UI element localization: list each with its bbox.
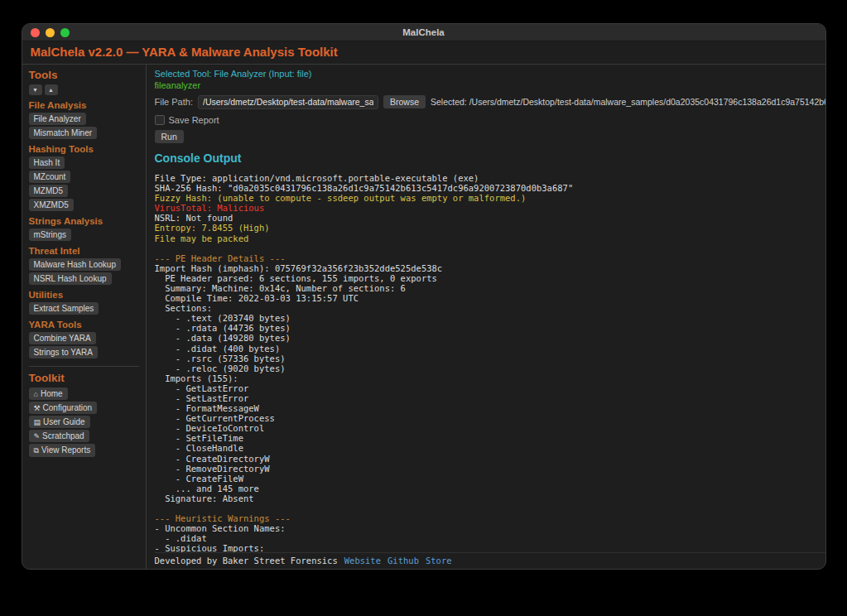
footer: Developed by Baker Street Forensics Webs… xyxy=(155,552,825,569)
sidebar-item-mzcount[interactable]: MZcount xyxy=(29,171,71,183)
console-line: - .text (203740 bytes) xyxy=(155,313,825,323)
console-line: - Suspicious Imports: xyxy=(155,543,825,552)
console-line: File may be packed xyxy=(155,233,825,243)
toolkit-item-user-guide[interactable]: ▤User Guide xyxy=(29,416,90,428)
footer-link-github[interactable]: Github xyxy=(387,556,419,565)
console-line xyxy=(155,243,825,253)
console-line: - GetLastError xyxy=(155,383,825,393)
sidebar-item-xmzmd5[interactable]: XMZMD5 xyxy=(29,199,74,211)
titlebar: MalChela xyxy=(22,24,825,41)
console-output[interactable]: File Type: application/vnd.microsoft.por… xyxy=(155,173,825,552)
footer-link-store[interactable]: Store xyxy=(426,556,452,565)
sidebar-section-strings-analysis: Strings Analysis xyxy=(29,216,139,226)
footer-credit: Developed by Baker Street Forensics xyxy=(155,556,338,565)
window-title: MalChela xyxy=(402,27,445,37)
console-line: PE Header parsed: 6 sections, 155 import… xyxy=(155,273,825,283)
toolkit-item-configuration[interactable]: ⚒Configuration xyxy=(29,402,98,414)
toolkit-item-home[interactable]: ⌂Home xyxy=(29,387,68,400)
sidebar-section-utilities: Utilities xyxy=(29,290,139,300)
console-line: NSRL: Not found xyxy=(155,213,825,223)
app-header: MalChela v2.2.0 — YARA & Malware Analysi… xyxy=(22,41,825,65)
tool-id-label: fileanalyzer xyxy=(155,80,825,90)
expand-all-button[interactable]: ▲ xyxy=(45,84,58,95)
main-content: Selected Tool: File Analyzer (Input: fil… xyxy=(147,65,825,569)
console-line: - Uncommon Section Names: xyxy=(155,523,825,533)
main-row: Tools ▼ ▲ File AnalysisFile AnalyzerMism… xyxy=(22,65,825,569)
console-line: Signature: Absent xyxy=(155,493,825,503)
console-line: Summary: Machine: 0x14c, Number of secti… xyxy=(155,283,825,293)
console-line: --- PE Header Details --- xyxy=(155,253,825,263)
console-output-title: Console Output xyxy=(155,152,825,165)
sidebar-item-strings-to-yara[interactable]: Strings to YARA xyxy=(29,346,98,359)
view-reports-icon: ⧉ xyxy=(34,446,39,455)
console-line: - GetCurrentProcess xyxy=(155,413,825,423)
sidebar-item-file-analyzer[interactable]: File Analyzer xyxy=(29,113,86,125)
console-line: Imports (155): xyxy=(155,373,825,383)
sidebar-item-mismatch-miner[interactable]: Mismatch Miner xyxy=(29,127,98,139)
sidebar-sections: File AnalysisFile AnalyzerMismatch Miner… xyxy=(29,100,139,359)
sidebar-item-nsrl-hash-lookup[interactable]: NSRL Hash Lookup xyxy=(29,272,112,285)
footer-links: WebsiteGithubStore xyxy=(344,556,452,565)
minimize-button[interactable] xyxy=(46,28,55,37)
sidebar-divider xyxy=(29,366,139,367)
toolkit-title: Toolkit xyxy=(29,372,139,384)
sidebar-section-file-analysis: File Analysis xyxy=(29,100,139,110)
sidebar-section-hashing-tools: Hashing Tools xyxy=(29,144,139,154)
save-report-checkbox[interactable] xyxy=(155,115,165,125)
collapse-controls: ▼ ▲ xyxy=(29,84,139,95)
traffic-lights xyxy=(31,24,70,41)
selected-path-text: Selected: /Users/dmetz/Desktop/test-data… xyxy=(431,97,825,107)
console-line: - .rsrc (57336 bytes) xyxy=(155,354,825,363)
console-line: - CloseHandle xyxy=(155,443,825,453)
collapse-all-button[interactable]: ▼ xyxy=(29,84,42,95)
file-path-input[interactable] xyxy=(198,95,378,109)
home-icon: ⌂ xyxy=(34,390,38,398)
sidebar-item-mstrings[interactable]: mStrings xyxy=(29,229,71,241)
file-path-label: File Path: xyxy=(155,97,193,107)
console-line: - .rdata (44736 bytes) xyxy=(155,323,825,333)
configuration-icon: ⚒ xyxy=(34,404,41,412)
selected-tool-label: Selected Tool: File Analyzer (Input: fil… xyxy=(155,69,825,79)
toolkit-item-scratchpad[interactable]: ✎Scratchpad xyxy=(29,430,89,442)
sidebar-title: Tools xyxy=(29,69,139,81)
zoom-button[interactable] xyxy=(60,28,70,37)
toolkit-item-view-reports[interactable]: ⧉View Reports xyxy=(29,444,96,457)
console-line: File Type: application/vnd.microsoft.por… xyxy=(155,173,825,183)
console-line: VirusTotal: Malicious xyxy=(155,203,825,213)
sidebar-section-threat-intel: Threat Intel xyxy=(29,246,139,256)
console-line: Sections: xyxy=(155,303,825,313)
save-report-row: Save Report xyxy=(155,115,825,125)
console-line: Compile Time: 2022-03-03 13:15:57 UTC xyxy=(155,293,825,303)
app-title: MalChela v2.2.0 — YARA & Malware Analysi… xyxy=(31,45,338,59)
console-line: SHA-256 Hash: "d0a2035c0431796c138a26d1c… xyxy=(155,183,825,193)
console-line: - .didat xyxy=(155,533,825,543)
scratchpad-icon: ✎ xyxy=(34,432,41,440)
run-button[interactable]: Run xyxy=(155,130,184,143)
footer-link-website[interactable]: Website xyxy=(344,556,381,565)
console-line: - CreateFileW xyxy=(155,474,825,484)
console-line: - SetLastError xyxy=(155,393,825,403)
console-line: ... and 145 more xyxy=(155,484,825,493)
sidebar-item-mzmd5[interactable]: MZMD5 xyxy=(29,185,69,197)
console-line: Entropy: 7.8455 (High) xyxy=(155,223,825,233)
user-guide-icon: ▤ xyxy=(34,418,41,426)
console-line: - RemoveDirectoryW xyxy=(155,464,825,474)
close-button[interactable] xyxy=(31,28,40,37)
console-line: - DeviceIoControl xyxy=(155,423,825,433)
console-line: --- Heuristic Warnings --- xyxy=(155,513,825,523)
app-window: MalChela MalChela v2.2.0 — YARA & Malwar… xyxy=(22,23,826,570)
sidebar-item-combine-yara[interactable]: Combine YARA xyxy=(29,332,96,344)
sidebar: Tools ▼ ▲ File AnalysisFile AnalyzerMism… xyxy=(22,65,147,569)
toolkit-items: ⌂Home⚒Configuration▤User Guide✎Scratchpa… xyxy=(29,387,139,457)
console-line: - FormatMessageW xyxy=(155,403,825,413)
sidebar-item-hash-it[interactable]: Hash It xyxy=(29,156,65,169)
sidebar-section-yara-tools: YARA Tools xyxy=(29,320,139,330)
console-line: - .didat (400 bytes) xyxy=(155,344,825,354)
console-line: Fuzzy Hash: (unable to compute - ssdeep … xyxy=(155,193,825,203)
console-line: - SetFileTime xyxy=(155,433,825,443)
sidebar-item-malware-hash-lookup[interactable]: Malware Hash Lookup xyxy=(29,258,122,271)
file-path-row: File Path: Browse Selected: /Users/dmetz… xyxy=(155,95,825,109)
browse-button[interactable]: Browse xyxy=(383,95,426,108)
console-line: - CreateDirectoryW xyxy=(155,454,825,464)
sidebar-item-extract-samples[interactable]: Extract Samples xyxy=(29,302,99,315)
